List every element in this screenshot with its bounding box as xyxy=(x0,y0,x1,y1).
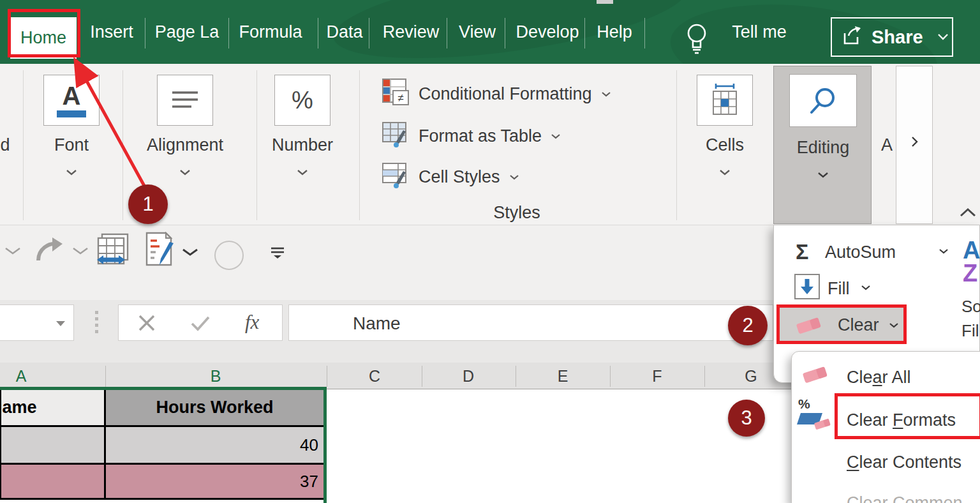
alignment-icon xyxy=(170,89,200,111)
cell-b2[interactable]: 40 xyxy=(106,427,323,463)
conditional-formatting-label: Conditional Formatting xyxy=(419,84,592,104)
eraser-icon xyxy=(802,364,829,384)
chevron-down-icon xyxy=(817,170,829,181)
cell-a2[interactable] xyxy=(1,427,104,463)
cell-a3[interactable] xyxy=(1,465,104,498)
tab-view[interactable]: View xyxy=(459,0,496,64)
group-divider xyxy=(23,70,24,220)
column-divider[interactable] xyxy=(327,366,327,387)
group-divider xyxy=(359,70,360,220)
tab-help[interactable]: Help xyxy=(597,0,632,64)
cell-a1-text: lame xyxy=(1,398,37,417)
chevron-down-icon[interactable] xyxy=(71,246,89,255)
form-edit-icon[interactable] xyxy=(144,232,177,269)
tab-review[interactable]: Review xyxy=(383,0,440,64)
column-divider[interactable] xyxy=(610,366,611,387)
font-group-button[interactable]: A xyxy=(43,75,100,126)
cell-styles-button[interactable]: Cell Styles xyxy=(382,161,519,193)
font-group-label: Font xyxy=(54,135,89,155)
analyze-group-label-partial: A xyxy=(881,135,893,155)
chevron-down-icon xyxy=(551,133,561,140)
enter-check-icon[interactable] xyxy=(190,315,211,332)
chevron-down-icon[interactable] xyxy=(719,167,731,179)
tab-formulas[interactable]: Formula xyxy=(239,0,302,64)
clear-comments-menu-item[interactable]: Clear Commen xyxy=(847,493,963,503)
collapse-ribbon-icon[interactable] xyxy=(958,207,977,218)
column-header-g[interactable]: G xyxy=(745,363,757,389)
conditional-formatting-icon: ≠ xyxy=(382,78,410,110)
name-box-dropdown-icon[interactable] xyxy=(56,320,66,327)
clear-contents-menu-item[interactable]: Clear Contents xyxy=(847,453,961,472)
editing-group-button[interactable]: Editing xyxy=(773,66,872,224)
callout-step-1: 1 xyxy=(128,184,168,224)
chevron-down-icon[interactable] xyxy=(861,285,871,291)
autosum-menu-item[interactable]: AutoSum xyxy=(825,243,896,262)
customize-qat-icon[interactable] xyxy=(269,246,286,260)
cell-b1[interactable]: Hours Worked xyxy=(106,390,323,425)
column-divider[interactable] xyxy=(516,366,516,387)
group-divider xyxy=(256,70,257,220)
table-border xyxy=(104,389,106,500)
cell-b3[interactable]: 37 xyxy=(106,465,323,498)
sort-filter-label-line1[interactable]: So xyxy=(961,297,980,317)
tab-divider xyxy=(644,18,645,49)
column-divider[interactable] xyxy=(422,366,422,387)
name-box[interactable] xyxy=(0,304,74,341)
insert-function-icon[interactable]: fx xyxy=(245,311,259,334)
cancel-icon[interactable] xyxy=(138,314,156,332)
chevron-down-icon xyxy=(937,33,949,41)
column-header-e[interactable]: E xyxy=(558,363,568,389)
formula-bar-input[interactable]: Name xyxy=(288,304,773,341)
tab-developer[interactable]: Develop xyxy=(516,0,579,64)
column-width-icon[interactable] xyxy=(96,233,131,269)
formula-bar-value: Name xyxy=(353,313,401,334)
fill-menu-item[interactable]: Fill xyxy=(828,279,850,299)
format-as-table-button[interactable]: Format as Table xyxy=(382,120,561,153)
table-border xyxy=(0,498,323,500)
column-header-b[interactable]: B xyxy=(211,363,221,389)
tab-divider xyxy=(505,18,505,49)
number-group-label: Number xyxy=(272,135,333,155)
clear-all-menu-item[interactable]: Clear All xyxy=(847,368,911,387)
cells-group-button[interactable] xyxy=(697,75,753,126)
sort-filter-label-line2[interactable]: Fil xyxy=(961,321,979,341)
column-header-f[interactable]: F xyxy=(652,363,662,389)
ribbon-scroll-strip[interactable] xyxy=(896,66,933,224)
column-header-d[interactable]: D xyxy=(463,363,474,389)
chevron-down-icon[interactable] xyxy=(297,167,308,179)
share-button[interactable]: Share xyxy=(831,17,953,57)
cells-icon xyxy=(708,83,741,117)
cell-a1[interactable]: lame xyxy=(1,390,104,425)
tab-insert[interactable]: Insert xyxy=(90,0,133,64)
format-as-table-icon xyxy=(382,120,410,153)
redo-icon[interactable] xyxy=(33,235,64,263)
formula-buttons-box: fx xyxy=(118,304,283,341)
tell-me-button[interactable]: Tell me xyxy=(732,0,787,64)
tab-data[interactable]: Data xyxy=(326,0,362,64)
column-header-a[interactable]: A xyxy=(16,363,27,389)
chevron-down-icon[interactable] xyxy=(179,167,191,179)
clipboard-group-label-partial: d xyxy=(0,135,10,155)
selection-border-right xyxy=(323,387,327,503)
column-divider[interactable] xyxy=(704,366,705,387)
chevron-down-icon[interactable] xyxy=(4,246,22,255)
tab-divider xyxy=(228,18,229,49)
tab-page-layout[interactable]: Page La xyxy=(155,0,219,64)
alignment-group-button[interactable] xyxy=(157,75,213,126)
chevron-down-icon[interactable] xyxy=(181,248,199,257)
autosum-icon: Σ xyxy=(796,239,808,264)
titlebar-remnant xyxy=(597,0,613,4)
shape-circle-icon[interactable] xyxy=(214,241,244,270)
conditional-formatting-button[interactable]: ≠ Conditional Formatting xyxy=(382,78,611,110)
callout-step-3: 3 xyxy=(728,400,765,437)
table-border xyxy=(0,425,323,427)
column-header-c[interactable]: C xyxy=(369,363,380,389)
chevron-down-icon[interactable] xyxy=(66,167,77,179)
chevron-right-icon xyxy=(910,135,919,148)
chevron-down-icon[interactable] xyxy=(939,248,949,255)
formula-bar-drag-dots[interactable] xyxy=(95,311,98,333)
column-divider[interactable] xyxy=(105,366,106,387)
tab-divider xyxy=(447,18,447,49)
font-icon: A xyxy=(57,83,86,109)
number-group-button[interactable]: % xyxy=(274,75,330,126)
